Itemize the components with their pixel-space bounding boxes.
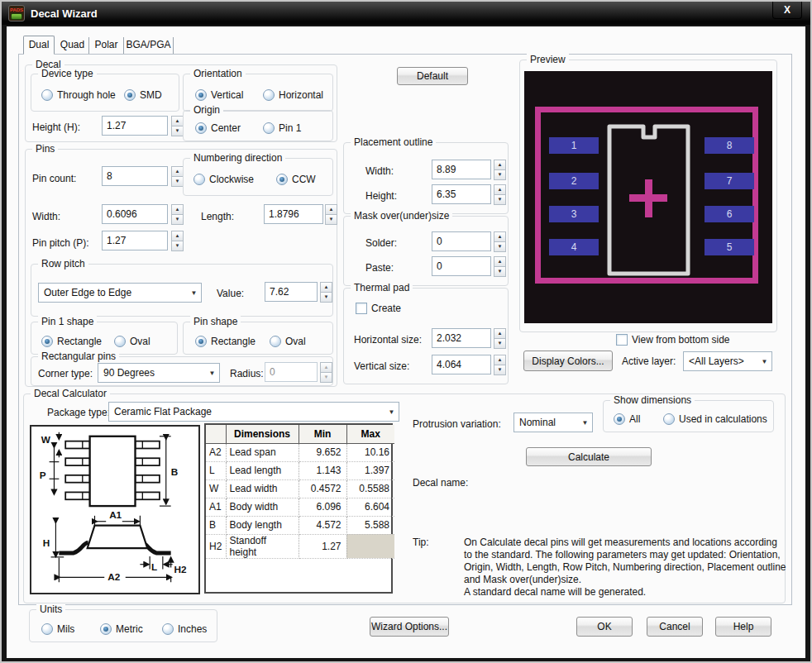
radio-pin-oval[interactable]: Oval (270, 335, 306, 347)
pin-pitch-input[interactable] (102, 231, 168, 250)
spin-up-icon[interactable]: ▲ (325, 204, 337, 214)
radio-pin-rectangle[interactable]: Rectangle (195, 335, 256, 347)
origin-cross-icon (645, 179, 652, 217)
decal-name-label: Decal name: (413, 477, 468, 489)
height-spinner[interactable]: ▲▼ (171, 116, 184, 136)
rectangular-pins-label: Rectangular pins (38, 351, 119, 362)
radio-used-in-calculations[interactable]: Used in calculations (663, 413, 767, 425)
radio-inches[interactable]: Inches (162, 622, 207, 635)
corner-type-combo[interactable]: 90 Degrees ▼ (98, 363, 220, 383)
dim-h2-label: H2 (174, 564, 187, 575)
spin-up-icon[interactable]: ▲ (320, 282, 332, 292)
calculate-button[interactable]: Calculate (526, 447, 652, 466)
placement-width-input[interactable] (432, 160, 491, 179)
solder-input[interactable] (432, 231, 491, 251)
dim-l-label: L (151, 561, 157, 572)
tab-polar[interactable]: Polar (89, 37, 124, 54)
spin-up-icon[interactable]: ▲ (171, 204, 184, 214)
radio-horizontal[interactable]: Horizontal (263, 88, 323, 101)
package-type-combo[interactable]: Ceramic Flat Package ▼ (108, 402, 399, 422)
tab-bga-pga[interactable]: BGA/PGA (124, 37, 174, 54)
spin-up-icon[interactable]: ▲ (171, 166, 184, 176)
placement-height-spinner[interactable]: ▲▼ (494, 184, 506, 204)
spin-down-icon[interactable]: ▼ (171, 176, 184, 187)
radio-metric[interactable]: Metric (100, 622, 143, 635)
spin-up-icon[interactable]: ▲ (494, 160, 506, 169)
pin-length-input[interactable] (264, 204, 323, 224)
paste-label: Paste: (365, 262, 394, 274)
spin-up-icon[interactable]: ▲ (171, 116, 184, 126)
ok-button[interactable]: OK (576, 617, 633, 637)
spin-down-icon[interactable]: ▼ (494, 194, 506, 205)
radio-vertical[interactable]: Vertical (195, 88, 243, 101)
paste-spinner[interactable]: ▲▼ (494, 256, 506, 276)
default-button[interactable]: Default (397, 67, 468, 85)
thermal-horizontal-spinner[interactable]: ▲▼ (494, 328, 506, 348)
spin-down-icon[interactable]: ▼ (325, 214, 337, 225)
close-icon[interactable]: X (772, 2, 802, 19)
pin-pitch-label: Pin pitch (P): (32, 237, 89, 249)
radio-show-all[interactable]: All (614, 413, 640, 425)
spin-up-icon[interactable]: ▲ (171, 231, 184, 241)
radio-clockwise[interactable]: Clockwise (193, 173, 254, 185)
spin-up-icon[interactable]: ▲ (494, 184, 506, 194)
row-pitch-value-input[interactable] (265, 282, 318, 302)
radio-ccw[interactable]: CCW (276, 173, 316, 185)
pin-width-spinner[interactable]: ▲▼ (171, 204, 184, 224)
spin-down-icon[interactable]: ▼ (494, 241, 506, 252)
spin-down-icon[interactable]: ▼ (494, 266, 506, 277)
device-type-group: Device type Through hole SMD (31, 74, 179, 112)
wizard-options-button[interactable]: Wizard Options... (370, 617, 449, 637)
spin-down-icon[interactable]: ▼ (320, 292, 332, 303)
tab-dual[interactable]: Dual (23, 36, 55, 55)
pin-count-input[interactable] (102, 166, 168, 186)
placement-outline-label: Placement outline (351, 136, 436, 148)
display-colors-button[interactable]: Display Colors... (523, 351, 613, 371)
show-dimensions-group: Show dimensions All Used in calculations (603, 400, 774, 432)
spin-down-icon[interactable]: ▼ (494, 169, 506, 180)
placement-width-spinner[interactable]: ▲▼ (494, 160, 506, 179)
title-bar[interactable]: PADS Decal Wizard X (2, 2, 810, 25)
spin-down-icon[interactable]: ▼ (171, 126, 184, 136)
spin-down-icon[interactable]: ▼ (494, 338, 506, 349)
active-layer-combo[interactable]: <All Layers> ▼ (683, 351, 772, 371)
spin-down-icon[interactable]: ▼ (171, 241, 184, 251)
thermal-horizontal-input[interactable] (432, 328, 491, 348)
row-pitch-value-spinner[interactable]: ▲▼ (320, 282, 332, 302)
thermal-vertical-input[interactable] (432, 355, 491, 374)
radio-pin1-oval[interactable]: Oval (114, 335, 150, 347)
protrusion-label: Protrusion variation: (413, 418, 501, 430)
spin-down-icon[interactable]: ▼ (171, 214, 184, 225)
protrusion-combo[interactable]: Nominal ▼ (513, 413, 593, 432)
decal-wizard-window: PADS Decal Wizard X Dual Quad Polar BGA/… (0, 0, 812, 663)
row-pitch-mode-combo[interactable]: Outer Edge to Edge ▼ (38, 283, 202, 303)
radio-icon (276, 174, 288, 185)
paste-input[interactable] (432, 256, 491, 276)
radio-center[interactable]: Center (195, 122, 241, 134)
tab-quad[interactable]: Quad (56, 37, 89, 54)
spin-down-icon[interactable]: ▼ (494, 365, 506, 375)
spin-up-icon[interactable]: ▲ (494, 328, 506, 338)
pin-width-input[interactable] (102, 204, 168, 224)
radio-mils[interactable]: Mils (41, 622, 74, 635)
height-input[interactable] (102, 116, 168, 136)
radio-smd[interactable]: SMD (124, 88, 162, 101)
spin-up-icon[interactable]: ▲ (494, 355, 506, 365)
spin-up-icon[interactable]: ▲ (494, 231, 506, 241)
view-from-bottom-checkbox[interactable]: View from bottom side (616, 333, 730, 346)
pin-length-spinner[interactable]: ▲▼ (325, 204, 337, 224)
pin-count-spinner[interactable]: ▲▼ (171, 166, 184, 186)
radio-icon (41, 623, 53, 635)
radio-pin1-rectangle[interactable]: Rectangle (41, 335, 102, 347)
spin-up-icon[interactable]: ▲ (494, 256, 506, 266)
solder-label: Solder: (365, 237, 397, 249)
pin-pitch-spinner[interactable]: ▲▼ (171, 231, 184, 250)
thermal-create-checkbox[interactable]: Create (356, 302, 401, 314)
solder-spinner[interactable]: ▲▼ (494, 231, 506, 251)
radio-pin1[interactable]: Pin 1 (263, 122, 301, 134)
cancel-button[interactable]: Cancel (647, 617, 703, 637)
thermal-vertical-spinner[interactable]: ▲▼ (494, 355, 506, 374)
radio-through-hole[interactable]: Through hole (41, 88, 116, 101)
help-button[interactable]: Help (715, 617, 771, 637)
placement-height-input[interactable] (432, 184, 491, 204)
